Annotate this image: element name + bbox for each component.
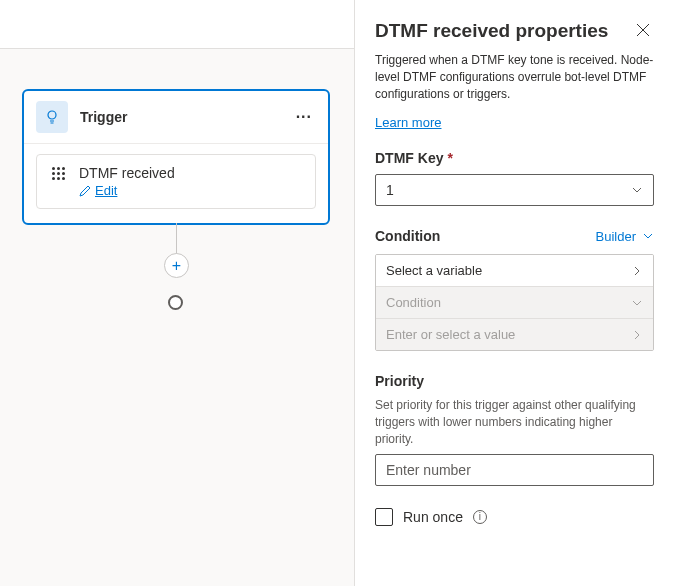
condition-value-select: Enter or select a value xyxy=(376,318,653,350)
flow-canvas: Trigger ··· DTMF received Edit xyxy=(0,48,354,586)
chevron-down-icon xyxy=(631,297,643,309)
keypad-icon xyxy=(49,167,67,185)
dtmf-key-select[interactable]: 1 xyxy=(375,174,654,206)
chevron-right-icon xyxy=(631,265,643,277)
condition-builder-toggle[interactable]: Builder xyxy=(596,229,654,244)
condition-field: Condition Builder Select a variable Cond… xyxy=(375,228,654,351)
run-once-checkbox[interactable] xyxy=(375,508,393,526)
trigger-node-header: Trigger ··· xyxy=(24,91,328,144)
priority-field: Priority Set priority for this trigger a… xyxy=(375,373,654,485)
dtmf-key-label: DTMF Key xyxy=(375,150,443,166)
dtmf-key-field: DTMF Key * 1 xyxy=(375,150,654,206)
run-once-label: Run once xyxy=(403,509,463,525)
close-icon xyxy=(636,23,650,37)
condition-variable-select[interactable]: Select a variable xyxy=(376,255,653,286)
panel-description: Triggered when a DTMF key tone is receiv… xyxy=(375,52,654,102)
end-node-icon xyxy=(168,295,183,310)
trigger-node-body: DTMF received Edit xyxy=(24,144,328,223)
run-once-field: Run once i xyxy=(375,508,654,526)
trigger-node-title: Trigger xyxy=(80,109,292,125)
trigger-lightbulb-icon xyxy=(36,101,68,133)
priority-label: Priority xyxy=(375,373,654,389)
chevron-down-icon xyxy=(631,184,643,196)
priority-input[interactable] xyxy=(375,454,654,486)
trigger-item-title: DTMF received xyxy=(79,165,175,181)
info-icon[interactable]: i xyxy=(473,510,487,524)
condition-operator-select: Condition xyxy=(376,286,653,318)
required-asterisk: * xyxy=(447,150,452,166)
priority-help-text: Set priority for this trigger against ot… xyxy=(375,397,654,447)
trigger-node[interactable]: Trigger ··· DTMF received Edit xyxy=(22,89,330,225)
pencil-icon xyxy=(79,185,91,197)
trigger-item[interactable]: DTMF received Edit xyxy=(36,154,316,209)
panel-title: DTMF received properties xyxy=(375,20,608,42)
node-more-button[interactable]: ··· xyxy=(292,108,316,126)
chevron-right-icon xyxy=(631,329,643,341)
edit-trigger-link[interactable]: Edit xyxy=(79,183,175,198)
condition-builder-stack: Select a variable Condition Enter or sel… xyxy=(375,254,654,351)
add-node-button[interactable]: + xyxy=(164,253,189,278)
svg-point-0 xyxy=(48,111,56,119)
condition-label: Condition xyxy=(375,228,440,244)
close-panel-button[interactable] xyxy=(632,18,654,44)
chevron-down-icon xyxy=(642,230,654,242)
properties-panel: DTMF received properties Triggered when … xyxy=(354,0,674,586)
learn-more-link[interactable]: Learn more xyxy=(375,115,441,130)
